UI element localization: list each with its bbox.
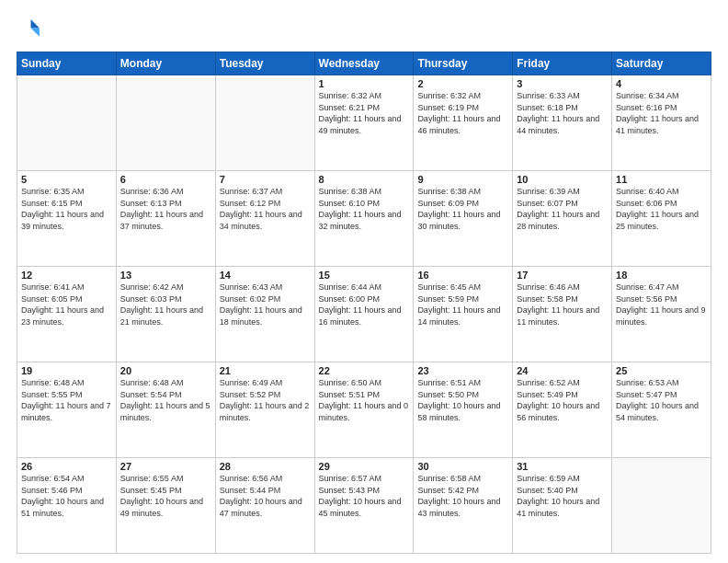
col-thursday: Thursday	[414, 52, 513, 75]
day-number: 25	[616, 365, 707, 376]
calendar-cell: 20Sunrise: 6:48 AM Sunset: 5:54 PM Dayli…	[116, 362, 215, 458]
day-info: Sunrise: 6:56 AM Sunset: 5:44 PM Dayligh…	[220, 473, 311, 519]
calendar-table: Sunday Monday Tuesday Wednesday Thursday…	[17, 52, 711, 554]
day-number: 17	[517, 270, 608, 281]
calendar-cell: 5Sunrise: 6:35 AM Sunset: 6:15 PM Daylig…	[17, 171, 117, 267]
calendar-header: Sunday Monday Tuesday Wednesday Thursday…	[17, 52, 711, 75]
logo	[17, 17, 46, 42]
week-row-4: 26Sunrise: 6:54 AM Sunset: 5:46 PM Dayli…	[17, 458, 711, 554]
col-tuesday: Tuesday	[215, 52, 314, 75]
day-number: 23	[417, 365, 508, 376]
calendar-cell: 14Sunrise: 6:43 AM Sunset: 6:02 PM Dayli…	[215, 267, 314, 362]
week-row-3: 19Sunrise: 6:48 AM Sunset: 5:55 PM Dayli…	[17, 362, 711, 458]
calendar-cell: 8Sunrise: 6:38 AM Sunset: 6:10 PM Daylig…	[314, 171, 414, 267]
day-number: 2	[417, 78, 508, 89]
day-number: 24	[517, 365, 608, 376]
week-row-1: 5Sunrise: 6:35 AM Sunset: 6:15 PM Daylig…	[17, 171, 711, 267]
day-info: Sunrise: 6:50 AM Sunset: 5:51 PM Dayligh…	[319, 377, 410, 423]
header	[17, 17, 711, 42]
day-number: 8	[319, 174, 410, 185]
day-info: Sunrise: 6:34 AM Sunset: 6:16 PM Dayligh…	[616, 90, 707, 136]
day-number: 5	[21, 174, 112, 185]
week-row-0: 1Sunrise: 6:32 AM Sunset: 6:21 PM Daylig…	[17, 75, 711, 171]
day-info: Sunrise: 6:53 AM Sunset: 5:47 PM Dayligh…	[616, 377, 707, 423]
day-number: 31	[517, 461, 608, 472]
svg-marker-1	[31, 28, 40, 36]
calendar-cell: 31Sunrise: 6:59 AM Sunset: 5:40 PM Dayli…	[513, 458, 612, 554]
day-info: Sunrise: 6:41 AM Sunset: 6:05 PM Dayligh…	[21, 282, 112, 327]
col-wednesday: Wednesday	[314, 52, 414, 75]
calendar-cell: 10Sunrise: 6:39 AM Sunset: 6:07 PM Dayli…	[513, 171, 612, 267]
col-sunday: Sunday	[17, 52, 117, 75]
calendar-cell: 3Sunrise: 6:33 AM Sunset: 6:18 PM Daylig…	[513, 75, 612, 171]
calendar-cell: 27Sunrise: 6:55 AM Sunset: 5:45 PM Dayli…	[116, 458, 215, 554]
day-info: Sunrise: 6:35 AM Sunset: 6:15 PM Dayligh…	[21, 186, 112, 232]
day-number: 30	[417, 461, 508, 472]
day-info: Sunrise: 6:36 AM Sunset: 6:13 PM Dayligh…	[120, 186, 211, 232]
day-number: 12	[21, 270, 112, 281]
day-info: Sunrise: 6:52 AM Sunset: 5:49 PM Dayligh…	[517, 377, 608, 423]
calendar-cell	[215, 75, 314, 171]
day-info: Sunrise: 6:46 AM Sunset: 5:58 PM Dayligh…	[517, 282, 608, 327]
day-info: Sunrise: 6:48 AM Sunset: 5:55 PM Dayligh…	[21, 377, 112, 423]
day-info: Sunrise: 6:40 AM Sunset: 6:06 PM Dayligh…	[616, 186, 707, 232]
day-number: 18	[616, 270, 707, 281]
day-number: 28	[220, 461, 311, 472]
day-info: Sunrise: 6:44 AM Sunset: 6:00 PM Dayligh…	[319, 282, 410, 327]
logo-icon	[17, 17, 42, 42]
calendar-cell	[116, 75, 215, 171]
calendar-cell: 6Sunrise: 6:36 AM Sunset: 6:13 PM Daylig…	[116, 171, 215, 267]
day-info: Sunrise: 6:49 AM Sunset: 5:52 PM Dayligh…	[220, 377, 311, 423]
col-friday: Friday	[513, 52, 612, 75]
calendar-cell: 13Sunrise: 6:42 AM Sunset: 6:03 PM Dayli…	[116, 267, 215, 362]
calendar-cell: 1Sunrise: 6:32 AM Sunset: 6:21 PM Daylig…	[314, 75, 414, 171]
day-info: Sunrise: 6:51 AM Sunset: 5:50 PM Dayligh…	[417, 377, 508, 423]
calendar-cell: 26Sunrise: 6:54 AM Sunset: 5:46 PM Dayli…	[17, 458, 117, 554]
calendar-cell: 22Sunrise: 6:50 AM Sunset: 5:51 PM Dayli…	[314, 362, 414, 458]
day-number: 4	[616, 78, 707, 89]
calendar-cell: 29Sunrise: 6:57 AM Sunset: 5:43 PM Dayli…	[314, 458, 414, 554]
calendar-cell: 16Sunrise: 6:45 AM Sunset: 5:59 PM Dayli…	[414, 267, 513, 362]
day-info: Sunrise: 6:43 AM Sunset: 6:02 PM Dayligh…	[220, 282, 311, 327]
col-saturday: Saturday	[612, 52, 711, 75]
calendar-cell: 12Sunrise: 6:41 AM Sunset: 6:05 PM Dayli…	[17, 267, 117, 362]
day-info: Sunrise: 6:37 AM Sunset: 6:12 PM Dayligh…	[220, 186, 311, 232]
calendar-cell: 4Sunrise: 6:34 AM Sunset: 6:16 PM Daylig…	[612, 75, 711, 171]
day-info: Sunrise: 6:47 AM Sunset: 5:56 PM Dayligh…	[616, 282, 707, 327]
calendar-cell: 11Sunrise: 6:40 AM Sunset: 6:06 PM Dayli…	[612, 171, 711, 267]
calendar-cell: 19Sunrise: 6:48 AM Sunset: 5:55 PM Dayli…	[17, 362, 117, 458]
day-number: 9	[417, 174, 508, 185]
day-number: 29	[319, 461, 410, 472]
day-number: 21	[220, 365, 311, 376]
day-number: 3	[517, 78, 608, 89]
day-info: Sunrise: 6:33 AM Sunset: 6:18 PM Dayligh…	[517, 90, 608, 136]
day-info: Sunrise: 6:32 AM Sunset: 6:19 PM Dayligh…	[417, 90, 508, 136]
day-info: Sunrise: 6:38 AM Sunset: 6:10 PM Dayligh…	[319, 186, 410, 232]
day-number: 19	[21, 365, 112, 376]
day-info: Sunrise: 6:42 AM Sunset: 6:03 PM Dayligh…	[120, 282, 211, 327]
day-info: Sunrise: 6:58 AM Sunset: 5:42 PM Dayligh…	[417, 473, 508, 519]
day-info: Sunrise: 6:39 AM Sunset: 6:07 PM Dayligh…	[517, 186, 608, 232]
day-info: Sunrise: 6:38 AM Sunset: 6:09 PM Dayligh…	[417, 186, 508, 232]
day-info: Sunrise: 6:55 AM Sunset: 5:45 PM Dayligh…	[120, 473, 211, 519]
day-info: Sunrise: 6:32 AM Sunset: 6:21 PM Dayligh…	[319, 90, 410, 136]
day-number: 14	[220, 270, 311, 281]
calendar-cell: 18Sunrise: 6:47 AM Sunset: 5:56 PM Dayli…	[612, 267, 711, 362]
day-number: 27	[120, 461, 211, 472]
calendar-cell: 7Sunrise: 6:37 AM Sunset: 6:12 PM Daylig…	[215, 171, 314, 267]
calendar-cell: 9Sunrise: 6:38 AM Sunset: 6:09 PM Daylig…	[414, 171, 513, 267]
calendar-cell	[17, 75, 117, 171]
day-number: 11	[616, 174, 707, 185]
calendar-cell: 25Sunrise: 6:53 AM Sunset: 5:47 PM Dayli…	[612, 362, 711, 458]
day-info: Sunrise: 6:57 AM Sunset: 5:43 PM Dayligh…	[319, 473, 410, 519]
calendar-cell: 24Sunrise: 6:52 AM Sunset: 5:49 PM Dayli…	[513, 362, 612, 458]
day-info: Sunrise: 6:48 AM Sunset: 5:54 PM Dayligh…	[120, 377, 211, 423]
calendar-cell: 15Sunrise: 6:44 AM Sunset: 6:00 PM Dayli…	[314, 267, 414, 362]
calendar-cell: 17Sunrise: 6:46 AM Sunset: 5:58 PM Dayli…	[513, 267, 612, 362]
calendar-cell: 28Sunrise: 6:56 AM Sunset: 5:44 PM Dayli…	[215, 458, 314, 554]
calendar-cell: 21Sunrise: 6:49 AM Sunset: 5:52 PM Dayli…	[215, 362, 314, 458]
day-info: Sunrise: 6:45 AM Sunset: 5:59 PM Dayligh…	[417, 282, 508, 327]
calendar-cell: 23Sunrise: 6:51 AM Sunset: 5:50 PM Dayli…	[414, 362, 513, 458]
day-number: 16	[417, 270, 508, 281]
day-number: 20	[120, 365, 211, 376]
